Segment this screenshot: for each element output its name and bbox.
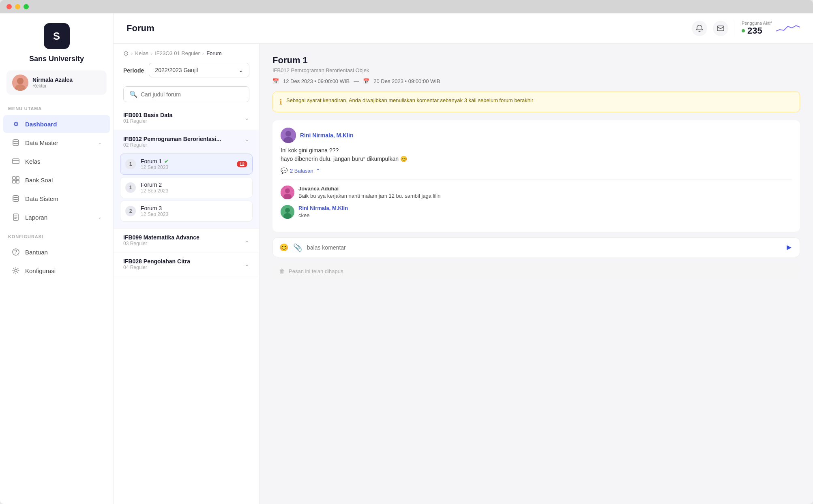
forum-item-info-3: Forum 3 12 Sep 2023	[141, 205, 247, 217]
forum-item-name-1: Forum 1 ✔	[141, 158, 232, 164]
forum-item-date-1: 12 Sep 2023	[141, 164, 232, 170]
active-dot	[742, 29, 745, 32]
periode-select[interactable]: 2022/2023 Ganjil ⌄	[149, 63, 249, 77]
course-header-ifb001[interactable]: IFB001 Basis Data 01 Reguler ⌄	[114, 106, 259, 130]
sidebar-config-nav: Bantuan Konfigurasi	[0, 242, 113, 280]
notification-button[interactable]	[692, 21, 707, 36]
breadcrumb-home-icon[interactable]: ⊙	[123, 49, 129, 57]
replies-toggle-1[interactable]: 💬 2 Balasan ⌃	[281, 167, 792, 174]
sidebar-item-konfigurasi[interactable]: Konfigurasi	[3, 262, 110, 280]
svg-rect-5	[13, 177, 15, 179]
maximize-dot[interactable]	[24, 4, 29, 9]
sidebar-item-dashboard[interactable]: ⊙ Dashboard	[3, 115, 110, 133]
window-chrome	[0, 0, 813, 13]
svg-point-1	[17, 78, 24, 84]
periode-label: Periode	[123, 67, 144, 74]
forum-item-num-2: 1	[125, 182, 136, 193]
attachment-icon[interactable]: 📎	[293, 243, 302, 252]
sidebar-item-bank-soal[interactable]: Bank Soal	[3, 171, 110, 189]
forum-detail-dates: 📅 12 Des 2023 • 09:00:00 WIB — 📅 20 Des …	[272, 78, 800, 84]
comment-text-1: Ini kok gini gimana ??? hayo dibenerin d…	[281, 146, 792, 163]
chevron-down-icon-ifb001: ⌄	[245, 115, 249, 121]
sidebar-item-label-bank-soal: Bank Soal	[25, 177, 102, 184]
sidebar-item-bantuan[interactable]: Bantuan	[3, 243, 110, 261]
forum-item-2[interactable]: 1 Forum 2 12 Sep 2023	[120, 177, 253, 198]
notice-text: Sebagai syarat kehadiran, Anda diwajibka…	[286, 97, 533, 103]
bantuan-icon	[11, 248, 20, 256]
course-name-ifb028: IFB028 Pengolahan Citra	[123, 258, 190, 265]
laporan-icon	[11, 213, 20, 222]
forum-item-info-1: Forum 1 ✔ 12 Sep 2023	[141, 158, 232, 170]
reply-text-2: ckee	[298, 212, 348, 218]
forum-badge-1: 12	[237, 161, 247, 167]
sidebar-item-kelas[interactable]: Kelas	[3, 152, 110, 170]
reply-info-2: Rini Nirmala, M.Klin ckee	[298, 205, 348, 218]
forum-item-name-3: Forum 3	[141, 205, 247, 211]
breadcrumb-item-class[interactable]: IF23O3 01 Reguler	[155, 50, 200, 56]
chevron-down-icon-ifb028: ⌄	[245, 261, 249, 267]
header-icons: Pengguna Aktif 235	[692, 21, 800, 36]
svg-point-19	[285, 188, 290, 193]
forum-detail-course: IFB012 Pemrograman Berorientasi Objek	[272, 67, 800, 73]
chevron-up-icon-ifb012: ⌃	[245, 139, 249, 145]
chevron-down-icon: ⌄	[98, 140, 102, 145]
svg-rect-8	[16, 180, 19, 183]
sidebar-user-name: Nirmala Azalea	[32, 77, 73, 83]
message-button[interactable]	[713, 21, 728, 36]
emoji-icon[interactable]: 😊	[279, 243, 288, 252]
data-master-icon	[11, 138, 20, 147]
sidebar-item-laporan[interactable]: Laporan ⌄	[3, 208, 110, 226]
active-users-label: Pengguna Aktif	[742, 21, 772, 26]
minimize-dot[interactable]	[15, 4, 20, 9]
reply-avatar-1	[281, 186, 294, 199]
calendar-end-icon: 📅	[363, 78, 369, 84]
body-area: ⊙ › Kelas › IF23O3 01 Reguler › Forum Pe…	[114, 44, 813, 504]
course-header-ifb028[interactable]: IFB028 Pengolahan Citra 04 Reguler ⌄	[114, 252, 259, 276]
svg-point-22	[285, 208, 290, 213]
course-sub-ifb001: 01 Reguler	[123, 118, 172, 124]
course-group-ifb028: IFB028 Pengolahan Citra 04 Reguler ⌄	[114, 252, 259, 276]
date-start: 12 Des 2023 • 09:00:00 WIB	[283, 78, 350, 84]
sidebar-item-label-kelas: Kelas	[25, 158, 102, 165]
calendar-start-icon: 📅	[272, 78, 279, 84]
forum-list-panel: ⊙ › Kelas › IF23O3 01 Reguler › Forum Pe…	[114, 44, 260, 504]
forum-item-num-1: 1	[125, 159, 136, 169]
reply-author-2: Rini Nirmala, M.Klin	[298, 205, 348, 211]
active-users-info: Pengguna Aktif 235	[742, 21, 772, 36]
sidebar-item-data-master[interactable]: Data Master ⌄	[3, 134, 110, 152]
course-name-ifb001: IFB001 Basis Data	[123, 112, 172, 118]
notice-icon: ℹ	[279, 98, 282, 107]
reply-info-1: Jovanca Aduhai Baik bu sya kerjakan nant…	[298, 186, 440, 199]
course-header-ifb099[interactable]: IFB099 Matematika Advance 03 Reguler ⌄	[114, 229, 259, 252]
sidebar-logo-letter: S	[53, 30, 60, 43]
breadcrumb-item-kelas[interactable]: Kelas	[135, 50, 148, 56]
sidebar-item-label-dashboard: Dashboard	[25, 121, 102, 128]
active-users-widget: Pengguna Aktif 235	[734, 21, 800, 36]
forum-item-1[interactable]: 1 Forum 1 ✔ 12 Sep 2023 12	[120, 154, 253, 175]
forum-detail-panel: Forum 1 IFB012 Pemrograman Berorientasi …	[260, 44, 813, 504]
course-group-ifb099: IFB099 Matematika Advance 03 Reguler ⌄	[114, 229, 259, 252]
sidebar-item-data-sistem[interactable]: Data Sistem	[3, 190, 110, 207]
close-dot[interactable]	[6, 4, 12, 9]
kelas-icon	[11, 157, 20, 166]
deleted-message: 🗑 Pesan ini telah dihapus	[272, 263, 800, 279]
chevron-down-icon-ifb099: ⌄	[245, 237, 249, 243]
sidebar-item-label-konfigurasi: Konfigurasi	[25, 267, 102, 274]
date-end: 20 Des 2023 • 09:00:00 WIB	[373, 78, 440, 84]
svg-point-13	[15, 269, 17, 272]
comment-input[interactable]	[307, 244, 780, 251]
forum-list-controls: Periode 2022/2023 Ganjil ⌄ 🔍	[114, 57, 259, 106]
app-container: S Sans University Nirmala Azalea Rektor …	[0, 13, 813, 504]
search-box: 🔍	[123, 86, 249, 102]
course-header-ifb012[interactable]: IFB012 Pemrograman Berorientasi... 02 Re…	[114, 130, 259, 154]
dashboard-icon: ⊙	[11, 120, 20, 128]
send-button[interactable]: ►	[785, 243, 793, 252]
reply-item-2: Rini Nirmala, M.Klin ckee	[281, 205, 792, 219]
forum-item-3[interactable]: 2 Forum 3 12 Sep 2023	[120, 201, 253, 222]
sidebar-user-info: Nirmala Azalea Rektor	[32, 77, 73, 89]
konfigurasi-icon	[11, 266, 20, 275]
search-input[interactable]	[141, 91, 243, 98]
svg-rect-7	[13, 180, 15, 183]
data-sistem-icon	[11, 194, 20, 203]
breadcrumb-item-forum: Forum	[206, 50, 222, 56]
